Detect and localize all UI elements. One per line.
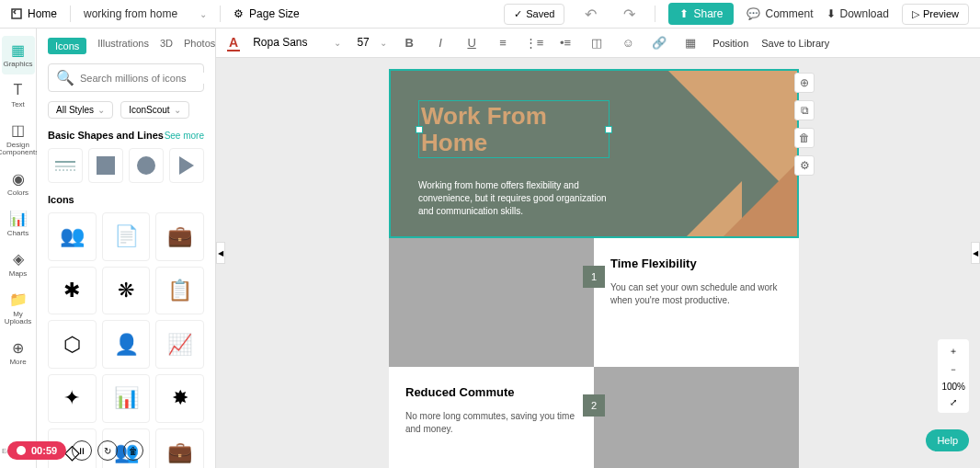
charts-icon: 📊 — [10, 211, 27, 227]
rail-text[interactable]: T Text — [2, 76, 35, 115]
icon-item[interactable]: 📊 — [102, 374, 151, 423]
rail-uploads[interactable]: 📁 My Uploads — [2, 286, 35, 333]
divider — [655, 6, 655, 22]
components-icon: ◫ — [10, 122, 27, 139]
icon-item[interactable]: 👥 — [48, 212, 97, 261]
rail-label: Graphics — [3, 61, 32, 69]
document-title-dropdown[interactable]: working from home ⌄ — [84, 7, 207, 20]
rail-colors[interactable]: ◉ Colors — [2, 165, 35, 203]
zoom-in-button[interactable]: ＋ — [949, 345, 958, 358]
font-family-select[interactable]: Ropa Sans ⌄ — [253, 36, 341, 50]
italic-button[interactable]: I — [431, 34, 450, 52]
canvas-page[interactable]: Work From Home Working from home offers … — [389, 69, 799, 468]
emoji-button[interactable]: ☺ — [619, 34, 637, 52]
rail-more[interactable]: ⊕ More — [2, 334, 35, 372]
page-size-button[interactable]: ⚙ Page Size — [234, 7, 300, 20]
tab-photos[interactable]: Photos — [184, 38, 215, 54]
shape-arrow[interactable] — [169, 148, 204, 183]
hero-title[interactable]: Work From Home — [419, 101, 609, 157]
collapse-right-button[interactable]: ◀ — [971, 242, 980, 264]
divider — [70, 6, 71, 22]
effects-button[interactable]: ▦ — [681, 34, 700, 52]
decoration-triangle — [724, 163, 797, 236]
tab-illustrations[interactable]: Illustrations — [97, 38, 149, 54]
align-button[interactable]: ≡ — [494, 34, 512, 52]
duplicate-button[interactable]: ⧉ — [794, 100, 815, 120]
search-input-wrapper[interactable]: 🔍 — [48, 63, 204, 92]
hero-section[interactable]: Work From Home Working from home offers … — [389, 69, 799, 238]
section-title[interactable]: Reduced Commute — [405, 385, 577, 399]
undo-button[interactable]: ↶ — [577, 1, 603, 27]
restart-button[interactable]: ↻ — [97, 440, 118, 461]
shape-lines[interactable] — [48, 148, 83, 183]
icon-item[interactable]: ⬡ — [48, 320, 97, 369]
play-icon: ▷ — [912, 8, 919, 20]
font-size-select[interactable]: 57 ⌄ — [354, 36, 387, 50]
divider — [220, 6, 221, 22]
position-button[interactable]: Position — [712, 38, 748, 49]
rail-label: Charts — [7, 230, 29, 238]
section-body[interactable]: You can set your own schedule and work w… — [610, 281, 782, 307]
maps-icon: ◈ — [10, 251, 27, 268]
download-button[interactable]: ⬇ Download — [826, 7, 889, 20]
selected-text-element[interactable]: Work From Home — [418, 100, 610, 158]
text-color-button[interactable]: A — [227, 35, 240, 51]
discard-button[interactable]: 🗑 — [123, 440, 143, 461]
icon-item[interactable]: 👤 — [102, 320, 151, 369]
fit-button[interactable]: ⤢ — [950, 397, 957, 407]
graphics-icon: ▦ — [10, 41, 27, 58]
bold-button[interactable]: B — [400, 34, 418, 52]
add-page-button[interactable]: ⊕ — [794, 73, 815, 93]
icon-item[interactable]: ❋ — [102, 267, 151, 315]
share-button[interactable]: ⬆ Share — [668, 3, 734, 25]
home-button[interactable]: Home — [11, 7, 57, 20]
shape-circle[interactable] — [129, 148, 164, 183]
see-more-link[interactable]: See more — [165, 131, 204, 141]
icon-item[interactable]: 💼 — [155, 212, 204, 261]
chevron-down-icon: ⌄ — [380, 38, 387, 48]
icon-item[interactable]: 📋 — [155, 267, 204, 315]
tab-3d[interactable]: 3D — [160, 38, 173, 54]
icon-item[interactable]: 📄 — [102, 212, 151, 261]
icon-item[interactable]: ✱ — [48, 267, 97, 315]
list-bullet-button[interactable]: •≡ — [556, 34, 575, 52]
tab-icons[interactable]: Icons — [48, 38, 86, 54]
icon-item[interactable]: 📈 — [155, 320, 204, 369]
help-button[interactable]: Help — [926, 429, 969, 451]
pause-button[interactable]: ⏸ — [72, 440, 92, 461]
recording-indicator[interactable]: 00:59 — [7, 441, 66, 460]
comment-button[interactable]: 💬 Comment — [746, 7, 813, 20]
zoom-out-button[interactable]: － — [949, 363, 958, 376]
list-numbered-button[interactable]: ⋮≡ — [525, 34, 543, 52]
save-to-library-button[interactable]: Save to Library — [761, 38, 829, 49]
delete-button[interactable]: 🗑 — [794, 128, 815, 148]
svg-rect-0 — [12, 9, 21, 18]
share-icon: ⬆ — [679, 7, 689, 20]
section-title[interactable]: Time Flexibility — [610, 257, 782, 270]
search-input[interactable] — [80, 73, 207, 84]
icon-item[interactable]: 💼 — [155, 428, 204, 468]
rail-design-components[interactable]: ◫ Design Components — [2, 117, 35, 164]
settings-button[interactable]: ⚙ — [794, 155, 815, 176]
collapse-left-button[interactable]: ◀ — [216, 242, 225, 264]
highlight-button[interactable]: ◫ — [587, 34, 606, 52]
link-button[interactable]: 🔗 — [650, 34, 668, 52]
preview-button[interactable]: ▷ Preview — [902, 4, 969, 25]
rail-maps[interactable]: ◈ Maps — [2, 245, 35, 284]
underline-button[interactable]: U — [462, 34, 481, 52]
icon-item[interactable]: ✸ — [155, 374, 204, 423]
filter-source[interactable]: IconScout⌄ — [120, 101, 188, 119]
shape-square[interactable] — [88, 148, 123, 183]
icon-item[interactable]: ✦ — [48, 374, 97, 423]
page-size-label: Page Size — [249, 7, 300, 20]
section-image[interactable]: 2 — [594, 367, 799, 468]
hero-subtitle[interactable]: Working from home offers flexibility and… — [418, 179, 621, 218]
redo-button[interactable]: ↷ — [616, 1, 642, 27]
section-body[interactable]: No more long commutes, saving you time a… — [405, 410, 577, 436]
rail-graphics[interactable]: ▦ Graphics — [2, 36, 35, 74]
shapes-heading: Basic Shapes and Lines — [48, 130, 164, 141]
filter-styles[interactable]: All Styles⌄ — [48, 101, 113, 119]
rail-charts[interactable]: 📊 Charts — [2, 205, 35, 244]
section-image[interactable]: 1 — [389, 238, 594, 367]
saved-indicator: ✓ Saved — [504, 4, 564, 25]
